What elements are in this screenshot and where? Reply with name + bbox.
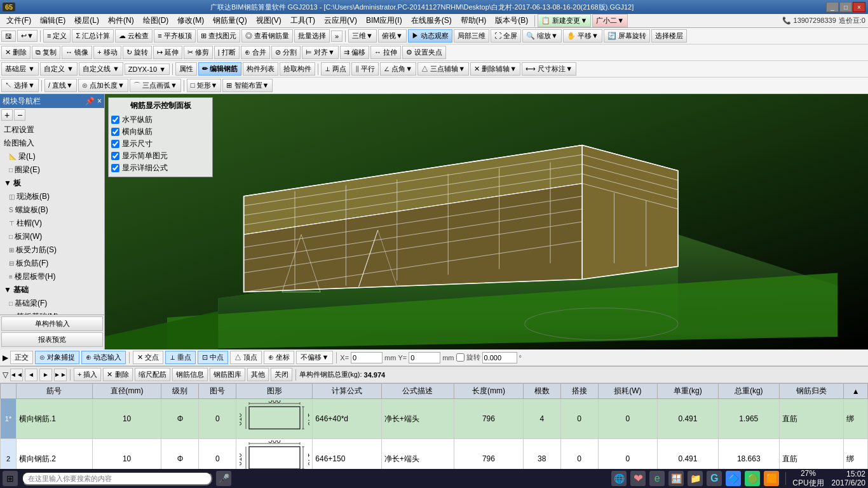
nav-slab-rebar[interactable]: ⊞ 板受力筋(S)	[1, 243, 103, 257]
toolbar-cloud-check[interactable]: ☁ 云检查	[115, 29, 153, 43]
layer-selector[interactable]: 基础层 ▼	[1, 62, 39, 76]
nav-foundation-group[interactable]: ▼ 基础	[1, 283, 103, 297]
component-list-btn[interactable]: 构件列表	[243, 62, 278, 76]
nav-engineering-setup[interactable]: 工程设置	[1, 123, 103, 137]
menu-service[interactable]: 在线服务(S)	[407, 14, 456, 27]
nav-neg-rebar[interactable]: ⊟ 板负筋(F)	[1, 257, 103, 270]
nav-last[interactable]: ►►	[54, 369, 67, 381]
toolbar-extend[interactable]: ↦ 延伸	[153, 46, 182, 59]
taskbar-app-2[interactable]: ❤	[630, 471, 646, 486]
snap-vertex[interactable]: △ 顶点	[230, 351, 262, 364]
nav-slab-group[interactable]: ▼ 板	[1, 177, 103, 190]
edit-rebar-btn[interactable]: ✏ 编辑钢筋	[198, 62, 241, 76]
microphone-icon[interactable]: 🎤	[216, 471, 231, 486]
menu-guang[interactable]: 广小二▼	[592, 14, 628, 27]
snap-dynamic[interactable]: ⊕ 动态输入	[81, 351, 126, 364]
canvas-area[interactable]: 钢筋显示控制面板 水平纵筋 横向纵筋 显示尺寸	[105, 94, 868, 349]
taskbar-search-input[interactable]	[22, 471, 212, 485]
nav-drawing-input[interactable]: 绘图输入	[1, 137, 103, 150]
smart-place-btn[interactable]: ⊞ 智能布置▼	[222, 79, 273, 92]
nav-beam[interactable]: 📐 梁(L)	[1, 150, 103, 163]
toolbar-batch-select[interactable]: 批量选择	[294, 29, 330, 43]
toolbar-undo[interactable]: ↩▼	[17, 30, 37, 42]
report-preview-btn[interactable]: 报表预览	[1, 332, 103, 347]
two-point-btn[interactable]: ⊥ 两点	[321, 62, 350, 76]
checkbox-show-formula[interactable]: 显示详细公式	[111, 162, 210, 174]
toolbar-rotate[interactable]: ↻ 旋转	[123, 46, 152, 59]
scale-rebar-btn[interactable]: 缩尺配筋	[135, 368, 170, 381]
menu-version[interactable]: 版本号(B)	[491, 14, 532, 27]
nav-ring-beam[interactable]: □ 圈梁(E)	[1, 163, 103, 177]
menu-edit[interactable]: 编辑(E)	[36, 14, 69, 27]
pick-component-btn[interactable]: 拾取构件	[280, 62, 315, 76]
checkbox-show-simple[interactable]: 显示简单图元	[111, 150, 210, 162]
toolbar-split[interactable]: ⊘ 分割	[271, 46, 301, 59]
parallel-btn[interactable]: ∥ 平行	[351, 62, 379, 76]
toolbar-top-view[interactable]: 俯视▼	[378, 29, 407, 43]
nav-first[interactable]: ◄◄	[10, 369, 23, 381]
toolbar-break[interactable]: | 打断	[214, 46, 240, 59]
toolbar-save[interactable]: 🖫	[1, 30, 16, 42]
nav-minus-btn[interactable]: −	[14, 109, 25, 121]
toolbar-mirror[interactable]: ↔ 镜像	[62, 46, 92, 59]
rotate-check[interactable]	[456, 353, 465, 362]
close-button[interactable]: ×	[853, 2, 865, 12]
snap-midpoint[interactable]: ⊡ 中点	[198, 351, 228, 364]
del-axis-btn[interactable]: ✕ 删除辅轴▼	[470, 62, 520, 76]
menu-component[interactable]: 构件(N)	[104, 14, 138, 27]
properties-btn[interactable]: 属性	[175, 62, 197, 76]
toolbar-view-rebar[interactable]: ◎ 查看钢筋量	[241, 29, 293, 43]
menu-draw[interactable]: 绘图(D)	[139, 14, 173, 27]
taskbar-app-5[interactable]: 📁	[688, 471, 703, 486]
menu-bim[interactable]: BIM应用(I)	[362, 14, 406, 27]
toolbar-copy[interactable]: ⧉ 复制	[32, 46, 60, 59]
taskbar-app-6[interactable]: G	[707, 471, 722, 486]
toolbar-merge[interactable]: ⊕ 合并	[241, 46, 270, 59]
single-component-btn[interactable]: 单构件输入	[1, 316, 103, 331]
toolbar-pan[interactable]: ✋ 平移▼	[563, 29, 602, 43]
taskbar-app-9[interactable]: 🟧	[764, 471, 779, 486]
point-extend-btn[interactable]: ⊙ 点加长度▼	[78, 79, 128, 92]
three-arc-btn[interactable]: ⌒ 三点画弧▼	[130, 79, 181, 92]
toolbar-define[interactable]: ≡ 定义	[43, 29, 71, 43]
menu-modify[interactable]: 修改(M)	[173, 14, 208, 27]
toolbar-find[interactable]: ⊞ 查找图元	[197, 29, 240, 43]
nav-cast-slab[interactable]: ◫ 现浇板(B)	[1, 190, 103, 203]
snap-nooffset[interactable]: 不偏移▼	[296, 351, 333, 364]
taskbar-app-4[interactable]: 🪟	[668, 471, 684, 486]
transverse-rebar-check[interactable]	[111, 128, 119, 136]
expand-arrow[interactable]: ▶	[3, 353, 8, 362]
toolbar-zoom[interactable]: 🔍 缩放▼	[522, 29, 562, 43]
toolbar-3d[interactable]: 三维▼	[348, 29, 377, 43]
y-input[interactable]	[409, 352, 440, 363]
toolbar-offset[interactable]: ⇉ 偏移	[340, 46, 369, 59]
menu-tools[interactable]: 工具(T)	[287, 14, 319, 27]
other-btn[interactable]: 其他	[247, 368, 269, 381]
toolbar-select-floor[interactable]: 选择楼层	[651, 29, 687, 43]
taskbar-app-1[interactable]: 🌐	[611, 471, 627, 486]
checkbox-transverse[interactable]: 横向纵筋	[111, 126, 210, 138]
nav-pin[interactable]: 📌	[85, 97, 95, 105]
snap-orthogonal[interactable]: 正交	[10, 351, 33, 364]
snap-intersection[interactable]: ✕ 交点	[133, 351, 163, 364]
menu-cloud[interactable]: 云应用(V)	[320, 14, 361, 27]
menu-rebar[interactable]: 钢筋量(Q)	[209, 14, 250, 27]
snap-object[interactable]: ⊙ 对象捕捉	[35, 351, 79, 364]
snap-perpendicular[interactable]: ⊥ 垂点	[165, 351, 196, 364]
rebar-library-btn[interactable]: 钢筋图库	[210, 368, 245, 381]
nav-spiral-slab[interactable]: S 螺旋板(B)	[1, 203, 103, 217]
line-btn[interactable]: / 直线▼	[44, 79, 77, 92]
menu-help[interactable]: 帮助(H)	[457, 14, 491, 27]
menu-floor[interactable]: 楼层(L)	[71, 14, 103, 27]
rebar-info-btn[interactable]: 钢筋信息	[172, 368, 208, 381]
taskbar-app-7[interactable]: 🔷	[726, 471, 741, 486]
insert-btn[interactable]: + 插入	[74, 368, 101, 381]
menu-file[interactable]: 文件(F)	[3, 14, 35, 27]
toolbar-dynamic-view[interactable]: ▶ 动态观察	[408, 29, 452, 43]
nav-close[interactable]: ×	[97, 97, 102, 105]
dimension-btn[interactable]: ⟷ 尺寸标注▼	[522, 62, 576, 76]
nav-slab-hole[interactable]: □ 板洞(W)	[1, 230, 103, 243]
nav-add-btn[interactable]: +	[1, 109, 13, 121]
delete-row-btn[interactable]: ✕ 删除	[103, 368, 132, 381]
rect-btn[interactable]: □ 矩形▼	[187, 79, 222, 92]
